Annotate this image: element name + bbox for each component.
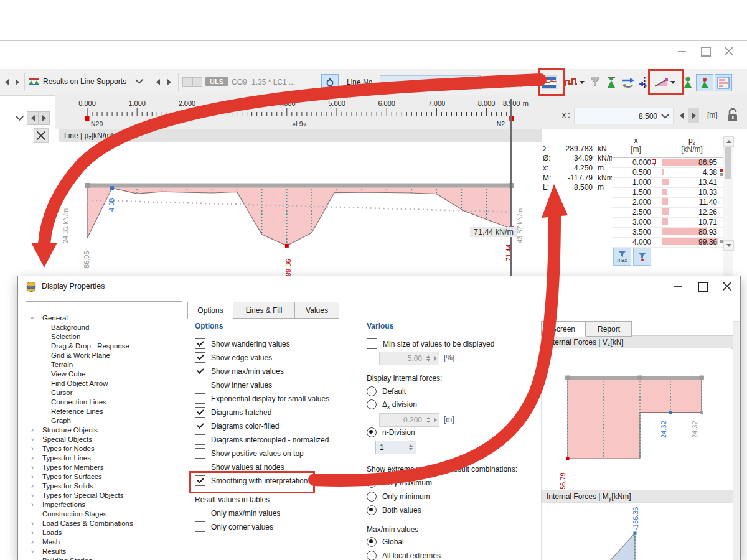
radio-button[interactable] [367,505,377,515]
radio-row[interactable]: Only maximum [367,478,432,488]
chevron-right-icon[interactable]: › [31,548,34,554]
tree-item[interactable]: Cursor [26,388,181,397]
radio-button[interactable] [367,537,377,547]
dialog-minimize-button[interactable] [672,279,685,293]
tree-item[interactable]: Graph [26,416,181,425]
unlock-icon[interactable] [726,107,740,123]
visibility-toggle-button[interactable] [696,74,713,91]
maximize-button[interactable] [698,44,712,58]
result-diagram-display-button[interactable] [541,74,557,90]
tree-item[interactable]: Selection [26,332,181,341]
checkbox-row[interactable]: Show values at nodes [195,462,284,472]
results-type-combobox[interactable]: Results on Line Supports [29,77,142,86]
tree-item[interactable]: View Cube [26,369,181,378]
radio-button[interactable] [367,492,377,502]
tree-item[interactable]: Find Object Arrow [26,378,181,388]
tree-item[interactable]: ›Load Cases & Combinations [26,518,181,528]
table-row[interactable]: 3.00010.71 [612,217,723,228]
toggle-button-1[interactable] [182,77,192,87]
spinner-arrows[interactable] [425,355,433,362]
dialog-titlebar[interactable]: Display Properties [18,276,740,297]
tree-item[interactable]: Background [26,322,181,332]
chevron-right-icon[interactable]: › [31,492,34,498]
tree-item[interactable]: ›Results [26,546,181,556]
result-prev-button[interactable] [153,76,163,88]
radio-button[interactable] [367,551,377,560]
checkbox[interactable] [195,448,205,459]
dialog-scrollbar[interactable] [733,321,741,560]
sidebar-prev-button[interactable] [27,111,39,125]
tree-item[interactable]: ›Imperfections [26,500,181,509]
sync-views-button[interactable] [620,74,636,90]
tree-item[interactable]: Connection Lines [26,397,181,406]
tree-item[interactable]: ›Special Objects [26,434,181,444]
tree-item[interactable]: Terrain [26,360,181,369]
checkbox-row[interactable]: Only max/min values [195,508,280,518]
checkbox[interactable] [195,475,205,486]
tree-item[interactable]: ›Types for Special Objects [26,490,181,500]
dialog-maximize-button[interactable] [695,279,709,293]
spinner-arrows[interactable] [407,444,416,450]
tab-options[interactable]: Options [187,302,233,319]
tree-item[interactable]: Building Stories [26,556,181,560]
radio-button[interactable] [367,386,377,396]
scrollbar-thumb[interactable] [725,147,731,179]
radio-row[interactable]: Only minimum [367,492,430,502]
checkbox-row[interactable]: Show positive values on top [195,448,304,459]
checkbox-row[interactable]: Show max/min values [195,366,284,376]
radio-button[interactable] [367,427,377,437]
chevron-right-icon[interactable]: › [31,436,34,442]
tree-item[interactable]: ›Types for Lines [26,453,181,462]
chevron-right-icon[interactable]: › [31,464,34,470]
spinner-up-icon[interactable] [426,355,430,358]
checkbox[interactable] [195,380,205,390]
table-row[interactable]: 2.50012.26 [612,207,723,218]
table-row[interactable]: 1.50010.33 [612,187,723,198]
radio-button[interactable] [367,399,377,409]
visibility-person-button[interactable] [603,74,619,90]
radio-row[interactable]: Default [367,386,406,396]
checkbox[interactable] [195,352,205,363]
checkbox[interactable] [195,421,205,431]
filter-custom-button[interactable] [633,248,651,266]
filter-max-button[interactable]: max [613,248,631,266]
panel-close-button[interactable] [34,128,49,143]
checkbox[interactable] [195,462,205,472]
table-row[interactable]: 4.00099.36 [612,237,723,248]
filter-results-button[interactable] [587,74,603,90]
checkbox[interactable] [195,338,205,349]
preview-tab-screen[interactable]: Screen [541,321,586,337]
line-no-input[interactable] [380,75,481,90]
cursor-line[interactable] [510,99,512,276]
sidebar-combo-chevron[interactable] [12,111,26,124]
nav-back-button[interactable] [1,76,12,88]
spinner-input[interactable]: 0.200 [379,413,439,427]
chevron-right-icon[interactable]: › [31,502,34,508]
radio-row[interactable]: Both values [367,505,421,515]
tree-item[interactable]: ›Types for Surfaces [26,472,181,481]
checkbox-row[interactable]: Diagrams intercoupled - normalized [195,434,329,445]
tab-values[interactable]: Values [294,302,339,319]
checkbox-row[interactable]: Min size of values to be displayed [367,338,494,349]
chevron-right-icon[interactable]: › [31,539,34,545]
table-row[interactable]: 2.00011.40 [612,197,723,208]
spinner-up-icon[interactable] [409,444,413,447]
scroll-up-button[interactable] [723,136,734,147]
minimize-button[interactable] [675,44,689,58]
checkbox[interactable] [195,393,205,404]
checkbox-row[interactable]: Show edge values [195,352,272,363]
checkbox-row[interactable]: Show inner values [195,380,272,390]
radio-row[interactable]: Global [367,537,404,547]
chevron-right-icon[interactable]: › [31,530,34,536]
pick-line-button[interactable] [321,74,339,91]
radio-row[interactable]: Δx division [367,399,417,409]
sidebar-next-button[interactable] [38,111,50,125]
close-button[interactable] [722,44,736,58]
result-values-button[interactable] [563,74,586,90]
checkbox-row[interactable]: Exponential display for small values [195,393,329,404]
tree-item[interactable]: ›Types for Nodes [26,444,181,453]
section-divide-button[interactable] [636,74,652,90]
table-row[interactable]: 1.00013.41 [612,177,723,188]
tree-item[interactable]: ›General [26,313,181,322]
x-position-combobox[interactable]: 8.500 [574,108,674,124]
